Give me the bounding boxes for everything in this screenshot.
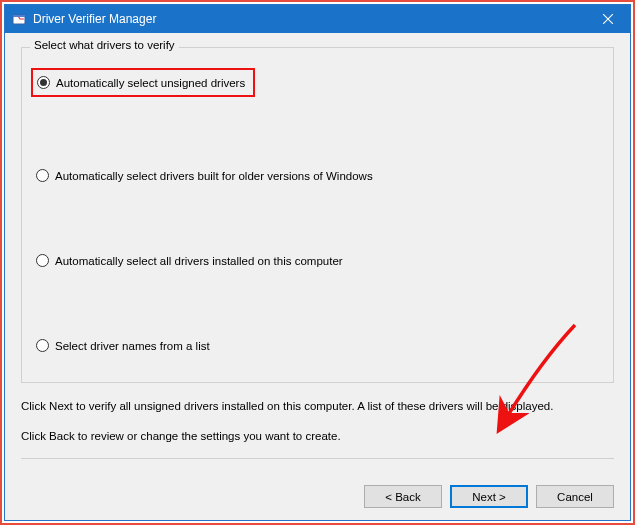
radio-option-unsigned[interactable]: Automatically select unsigned drivers: [36, 68, 599, 97]
close-icon: [603, 14, 613, 24]
driver-select-group: Select what drivers to verify Automatica…: [21, 47, 614, 383]
separator: [21, 458, 614, 459]
radio-option-older-windows[interactable]: Automatically select drivers built for o…: [36, 169, 599, 182]
content-area: Select what drivers to verify Automatica…: [5, 33, 630, 475]
radio-option-from-list[interactable]: Select driver names from a list: [36, 339, 599, 352]
wizard-buttons: < Back Next > Cancel: [5, 475, 630, 520]
window-title: Driver Verifier Manager: [33, 12, 586, 26]
back-button[interactable]: < Back: [364, 485, 442, 508]
radio-label: Automatically select drivers built for o…: [55, 170, 373, 182]
radio-icon: [37, 76, 50, 89]
verifier-icon: [11, 11, 27, 27]
window-frame: Driver Verifier Manager Select what driv…: [4, 4, 631, 521]
radio-label: Select driver names from a list: [55, 340, 210, 352]
next-button[interactable]: Next >: [450, 485, 528, 508]
info-text: Click Next to verify all unsigned driver…: [21, 397, 614, 446]
radio-icon: [36, 254, 49, 267]
cancel-button[interactable]: Cancel: [536, 485, 614, 508]
radio-label: Automatically select unsigned drivers: [56, 77, 245, 89]
titlebar[interactable]: Driver Verifier Manager: [5, 5, 630, 33]
radio-label: Automatically select all drivers install…: [55, 255, 343, 267]
radio-option-all-drivers[interactable]: Automatically select all drivers install…: [36, 254, 599, 267]
group-legend: Select what drivers to verify: [30, 39, 179, 51]
highlight-box: Automatically select unsigned drivers: [31, 68, 255, 97]
radio-icon: [36, 169, 49, 182]
close-button[interactable]: [586, 5, 630, 33]
info-line: Click Back to review or change the setti…: [21, 427, 614, 445]
radio-icon: [36, 339, 49, 352]
info-line: Click Next to verify all unsigned driver…: [21, 397, 614, 415]
svg-rect-1: [13, 15, 25, 17]
